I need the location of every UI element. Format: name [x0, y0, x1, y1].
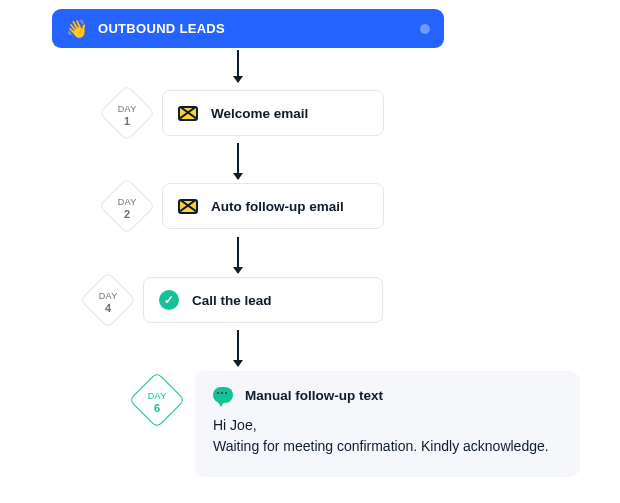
- step-auto-followup[interactable]: Auto follow-up email: [162, 183, 384, 229]
- day-label: DAY: [118, 197, 137, 207]
- wave-icon: 👋: [66, 18, 88, 40]
- message-line: Hi Joe,: [213, 415, 562, 436]
- day-number: 4: [99, 303, 118, 315]
- day-label: DAY: [99, 291, 118, 301]
- sequence-title: OUTBOUND LEADS: [98, 21, 225, 36]
- day-badge-active: DAY 6: [129, 372, 186, 429]
- day-badge: DAY 4: [80, 272, 137, 329]
- day-badge: DAY 2: [99, 178, 156, 235]
- step-title: Call the lead: [192, 293, 272, 308]
- message-body: Hi Joe, Waiting for meeting confirmation…: [213, 415, 562, 457]
- arrow-icon: [237, 143, 239, 179]
- arrow-icon: [237, 237, 239, 273]
- sequence-header[interactable]: 👋 OUTBOUND LEADS: [52, 9, 444, 48]
- arrow-icon: [237, 330, 239, 366]
- message-line: Waiting for meeting confirmation. Kindly…: [213, 436, 562, 457]
- step-title: Auto follow-up email: [211, 199, 344, 214]
- chat-icon: [213, 387, 233, 403]
- mail-icon: [177, 102, 199, 124]
- sequence-canvas: 👋 OUTBOUND LEADS DAY 1 Welcome email DAY…: [0, 0, 620, 503]
- mail-icon: [177, 195, 199, 217]
- arrow-icon: [237, 50, 239, 82]
- day-badge: DAY 1: [99, 85, 156, 142]
- day-label: DAY: [118, 104, 137, 114]
- day-number: 6: [148, 403, 167, 415]
- step-title: Welcome email: [211, 106, 308, 121]
- status-dot-icon: [420, 24, 430, 34]
- day-label: DAY: [148, 391, 167, 401]
- day-number: 2: [118, 209, 137, 221]
- check-icon: ✓: [158, 289, 180, 311]
- step-call-lead[interactable]: ✓ Call the lead: [143, 277, 383, 323]
- step-welcome-email[interactable]: Welcome email: [162, 90, 384, 136]
- step-title: Manual follow-up text: [245, 388, 383, 403]
- step-manual-text-expanded[interactable]: Manual follow-up text Hi Joe, Waiting fo…: [195, 371, 580, 477]
- day-number: 1: [118, 116, 137, 128]
